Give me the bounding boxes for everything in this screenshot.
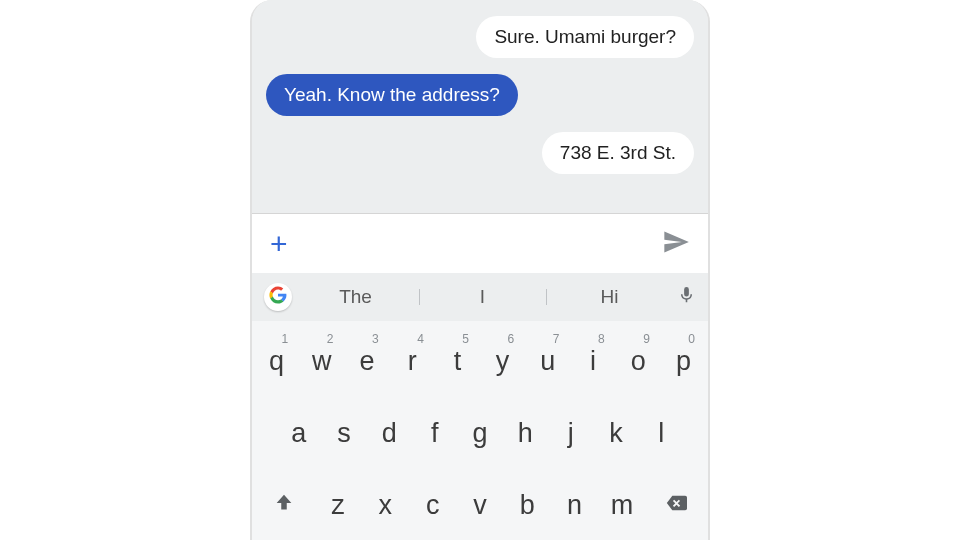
key-f[interactable]: f xyxy=(414,399,455,467)
google-icon xyxy=(269,286,287,308)
key-backspace[interactable] xyxy=(648,471,704,539)
message-bubble-sent: Yeah. Know the address? xyxy=(266,74,518,116)
key-m[interactable]: m xyxy=(600,471,643,539)
keyboard-row-1: q1 w2 e3 r4 t5 y6 u7 i8 o9 p0 xyxy=(256,327,704,395)
key-z[interactable]: z xyxy=(316,471,359,539)
key-s[interactable]: s xyxy=(323,399,364,467)
key-o[interactable]: o9 xyxy=(618,327,659,395)
key-j[interactable]: j xyxy=(550,399,591,467)
key-g[interactable]: g xyxy=(459,399,500,467)
key-e[interactable]: e3 xyxy=(346,327,387,395)
suggestion-1[interactable]: The xyxy=(292,286,419,308)
composer-bar: + xyxy=(252,213,708,273)
conversation-area: Sure. Umami burger? Yeah. Know the addre… xyxy=(252,0,708,213)
keyboard: q1 w2 e3 r4 t5 y6 u7 i8 o9 p0 a s d f g … xyxy=(252,321,708,540)
voice-input-button[interactable] xyxy=(677,283,696,311)
suggestion-2[interactable]: I xyxy=(419,286,546,308)
key-y[interactable]: y6 xyxy=(482,327,523,395)
microphone-icon xyxy=(677,293,696,310)
key-q[interactable]: q1 xyxy=(256,327,297,395)
key-k[interactable]: k xyxy=(595,399,636,467)
send-icon xyxy=(662,242,690,259)
key-l[interactable]: l xyxy=(641,399,682,467)
key-t[interactable]: t5 xyxy=(437,327,478,395)
key-u[interactable]: u7 xyxy=(527,327,568,395)
key-x[interactable]: x xyxy=(364,471,407,539)
key-i[interactable]: i8 xyxy=(572,327,613,395)
suggestion-strip: The I Hi xyxy=(252,273,708,321)
message-input[interactable] xyxy=(288,214,662,273)
key-h[interactable]: h xyxy=(505,399,546,467)
shift-icon xyxy=(273,490,295,521)
key-b[interactable]: b xyxy=(506,471,549,539)
key-a[interactable]: a xyxy=(278,399,319,467)
message-row: Sure. Umami burger? xyxy=(266,16,694,58)
keyboard-row-3: z x c v b n m xyxy=(256,471,704,539)
key-p[interactable]: p0 xyxy=(663,327,704,395)
message-bubble-received: 738 E. 3rd St. xyxy=(542,132,694,174)
key-d[interactable]: d xyxy=(369,399,410,467)
key-v[interactable]: v xyxy=(458,471,501,539)
google-button[interactable] xyxy=(264,283,292,311)
message-row: Yeah. Know the address? xyxy=(266,74,694,116)
message-bubble-received: Sure. Umami burger? xyxy=(476,16,694,58)
keyboard-row-2: a s d f g h j k l xyxy=(256,399,704,467)
phone-frame: Sure. Umami burger? Yeah. Know the addre… xyxy=(250,0,710,540)
message-row: 738 E. 3rd St. xyxy=(266,132,694,174)
key-c[interactable]: c xyxy=(411,471,454,539)
send-button[interactable] xyxy=(662,228,690,260)
suggestion-3[interactable]: Hi xyxy=(546,286,673,308)
attach-button[interactable]: + xyxy=(270,227,288,261)
key-w[interactable]: w2 xyxy=(301,327,342,395)
key-r[interactable]: r4 xyxy=(392,327,433,395)
backspace-icon xyxy=(662,490,690,521)
key-n[interactable]: n xyxy=(553,471,596,539)
key-shift[interactable] xyxy=(256,471,312,539)
